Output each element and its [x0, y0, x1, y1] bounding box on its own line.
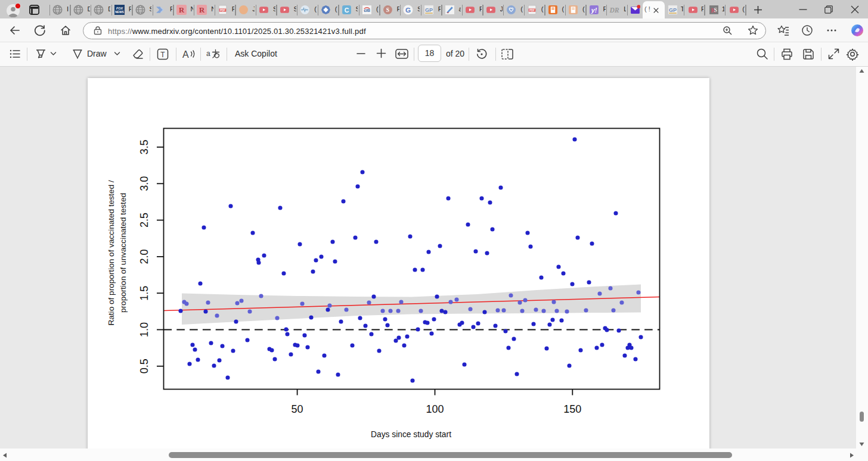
svg-text:DR: DR — [609, 7, 619, 14]
svg-text:0.5: 0.5 — [138, 359, 150, 373]
svg-text:100: 100 — [426, 403, 444, 415]
svg-text:1.0: 1.0 — [138, 322, 150, 337]
svg-text:FOX: FOX — [116, 7, 123, 10]
svg-text:proportion of unvaccinated tes: proportion of unvaccinated tested — [119, 193, 128, 313]
svg-text:C: C — [344, 7, 349, 14]
svg-text:a: a — [206, 49, 210, 58]
svg-text:R: R — [179, 6, 185, 14]
svg-text:S: S — [386, 7, 389, 13]
svg-text:T: T — [160, 51, 165, 59]
svg-text:2.5: 2.5 — [138, 213, 150, 228]
svg-text:y!: y! — [591, 7, 597, 14]
svg-text:R: R — [199, 6, 205, 14]
svg-text:PDF: PDF — [529, 9, 535, 12]
svg-text:GP: GP — [668, 7, 676, 13]
svg-text:A: A — [182, 49, 189, 60]
svg-text:S: S — [714, 7, 717, 13]
svg-text:3.5: 3.5 — [138, 139, 150, 154]
svg-text:150: 150 — [563, 403, 581, 415]
svg-text:Days since study start: Days since study start — [371, 430, 451, 439]
svg-text:1.5: 1.5 — [138, 286, 150, 301]
svg-text:Ratio of proportion of vaccina: Ratio of proportion of vaccinated tested… — [107, 180, 116, 325]
svg-text:G: G — [405, 6, 411, 14]
svg-text:3.0: 3.0 — [138, 176, 150, 191]
svg-text:50: 50 — [292, 403, 303, 415]
svg-text:GP: GP — [425, 7, 433, 13]
svg-text:2.0: 2.0 — [138, 249, 150, 264]
svg-text:NEWS: NEWS — [115, 11, 123, 14]
svg-text:PDF: PDF — [220, 9, 225, 12]
